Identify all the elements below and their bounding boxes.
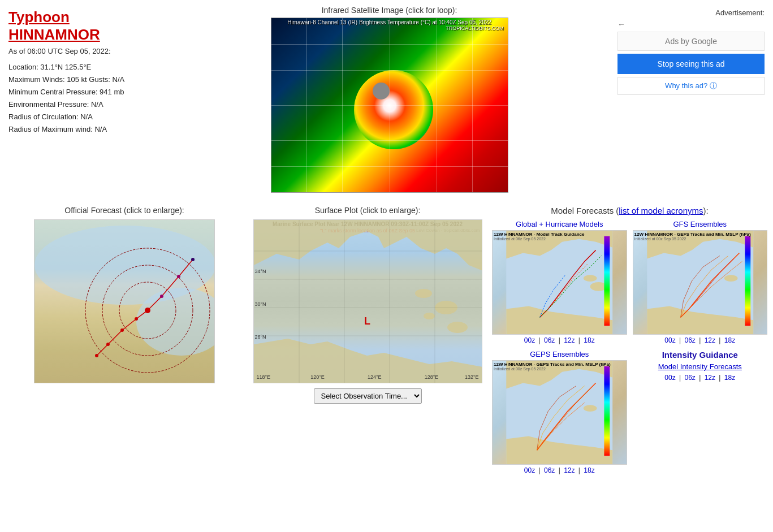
select-obs[interactable]: Select Observation Time... [249,388,486,404]
why-this-ad[interactable]: Why this ad? ⓘ [617,77,765,95]
official-map-inner [34,220,214,383]
svg-point-29 [584,275,597,282]
svg-point-36 [584,405,597,412]
surface-svg: L [254,220,482,383]
satellite-image[interactable]: Himawari-8 Channel 13 (IR) Brightness Te… [271,18,508,193]
track-svg [34,220,215,383]
surface-map-inner: Marine Surface Plot Near 12W HINNAMNOR 0… [254,220,482,383]
bottom-left: Official Forecast (click to enlarge): [6,206,243,480]
geps-link-12z[interactable]: 12z [564,466,575,474]
surface-plot-label: Surface Plot (click to enlarge): [249,206,486,215]
gfs-svg [633,231,767,334]
global-svg [493,231,627,334]
satellite-wrapper[interactable]: Himawari-8 Channel 13 (IR) Brightness Te… [271,18,508,194]
gfs-link-06z[interactable]: 06z [684,336,695,344]
svg-point-9 [120,328,124,332]
satellite-label: Infrared Satellite Image (click for loop… [170,6,609,15]
geps-ensembles-links: 00z | 06z | 12z | 18z [492,466,627,474]
global-link-18z[interactable]: 18z [584,336,594,344]
observation-time-select[interactable]: Select Observation Time... [314,388,422,404]
gfs-link-18z[interactable]: 18z [724,336,735,344]
svg-point-10 [135,317,138,321]
geps-ensembles-title: GEPS Ensembles [492,350,627,358]
geps-ensembles-map[interactable]: 12W HINNAMNOR - GEPS Tracks and Min. MSL… [492,360,627,465]
ads-by-google: Ads by Google [617,32,765,51]
global-map-subtitle: Initialized at 06z Sep 05 2022 [494,237,546,241]
global-hurricane-map[interactable]: 12W HINNAMNOR - Model Track Guidance Ini… [492,230,627,335]
page-wrapper: Typhoon HINNAMNOR As of 06:00 UTC Sep 05… [0,0,773,532]
gfs-link-12z[interactable]: 12z [705,336,715,344]
storm-radius-circ: Radius of Circulation: N/A [8,111,161,123]
gfs-map-subtitle: Initialized at 00z Sep 05 2022 [634,237,686,241]
gfs-map-inner: 12W HINNAMNOR - GEFS Tracks and Min. MSL… [633,231,767,334]
storm-radius-max-wind: Radius of Maximum wind: N/A [8,123,161,136]
model-row-2: GEPS Ensembles [492,350,767,474]
svg-point-13 [191,258,195,261]
svg-point-11 [160,295,163,298]
surface-plot-map[interactable]: Marine Surface Plot Near 12W HINNAMNOR 0… [253,219,482,383]
svg-rect-37 [604,366,610,456]
global-link-12z[interactable]: 12z [564,336,575,344]
svg-rect-31 [604,236,610,326]
global-map-title: 12W HINNAMNOR - Model Track Guidance [494,232,584,237]
global-link-00z[interactable]: 00z [524,336,535,344]
geps-svg [493,361,627,464]
svg-point-33 [724,275,737,282]
intensity-title: Intensity Guidance [633,350,768,360]
geps-link-06z[interactable]: 06z [544,466,555,474]
geps-map-title: 12W HINNAMNOR - GEPS Tracks and Min. MSL… [494,362,611,367]
gfs-link-00z[interactable]: 00z [664,336,675,344]
model-block-global: Global + Hurricane Models [492,220,627,344]
gfs-ensembles-links: 00z | 06z | 12z | 18z [633,336,768,344]
model-row-1: Global + Hurricane Models [492,220,767,344]
model-block-intensity: Intensity Guidance Model Intensity Forec… [633,350,768,474]
right-panel: Advertisement: ← Ads by Google Stop seei… [615,6,767,194]
storm-date: As of 06:00 UTC Sep 05, 2022: [8,47,161,55]
gfs-map-title: 12W HINNAMNOR - GEFS Tracks and Min. MSL… [634,232,751,237]
official-forecast-label: Official Forecast (click to enlarge): [6,206,243,215]
intensity-link-12z[interactable]: 12z [705,374,715,382]
intensity-link-06z[interactable]: 06z [684,374,695,382]
storm-info: Location: 31.1°N 125.5°E Maximum Winds: … [8,61,161,136]
left-panel: Typhoon HINNAMNOR As of 06:00 UTC Sep 05… [6,6,164,194]
storm-location: Location: 31.1°N 125.5°E [8,61,161,73]
intensity-guidance-links: 00z | 06z | 12z | 18z [633,374,768,382]
ad-back-arrow[interactable]: ← [617,20,765,29]
svg-point-18 [447,322,468,333]
official-forecast-map[interactable] [34,219,215,383]
model-label-end: ): [703,206,709,215]
svg-point-12 [177,275,180,278]
svg-rect-34 [745,236,750,326]
global-hurricane-title: Global + Hurricane Models [492,220,627,228]
stop-ad-button[interactable]: Stop seeing this ad [617,54,765,74]
storm-title[interactable]: Typhoon HINNAMNOR [8,8,161,44]
geps-link-18z[interactable]: 18z [584,466,594,474]
svg-text:L: L [364,315,370,327]
storm-env-pressure: Environmental Pressure: N/A [8,98,161,111]
bottom-center: Surface Plot (click to enlarge): Marine … [249,206,486,480]
model-label: Model Forecasts ( [551,206,619,215]
intensity-link-18z[interactable]: 18z [724,374,735,382]
ad-label: Advertisement: [617,8,765,17]
svg-point-17 [424,313,435,319]
intensity-model-link[interactable]: Model Intensity Forecasts [633,362,768,371]
svg-point-15 [415,289,432,298]
model-list-link[interactable]: list of model acronyms [619,206,703,215]
storm-max-winds: Maximum Winds: 105 kt Gusts: N/A [8,73,161,86]
global-link-06z[interactable]: 06z [544,336,555,344]
top-section: Typhoon HINNAMNOR As of 06:00 UTC Sep 05… [6,6,767,194]
gfs-ensembles-map[interactable]: 12W HINNAMNOR - GEFS Tracks and Min. MSL… [633,230,768,335]
storm-min-pressure: Minimum Central Pressure: 941 mb [8,86,161,98]
svg-point-7 [95,354,98,357]
intensity-link-00z[interactable]: 00z [664,374,675,382]
geps-link-00z[interactable]: 00z [524,466,535,474]
svg-point-8 [106,343,110,346]
satellite-source: TROPICALTIDBITS.COM [446,25,506,31]
model-block-gfs: GFS Ensembles [633,220,768,344]
global-hurricane-links: 00z | 06z | 12z | 18z [492,336,627,344]
geps-map-inner: 12W HINNAMNOR - GEPS Tracks and Min. MSL… [493,361,627,464]
center-panel: Infrared Satellite Image (click for loop… [170,6,609,194]
geps-map-subtitle: Initialized at 00z Sep 05 2022 [494,367,546,371]
gfs-ensembles-title: GFS Ensembles [633,220,768,228]
model-block-geps: GEPS Ensembles [492,350,627,474]
